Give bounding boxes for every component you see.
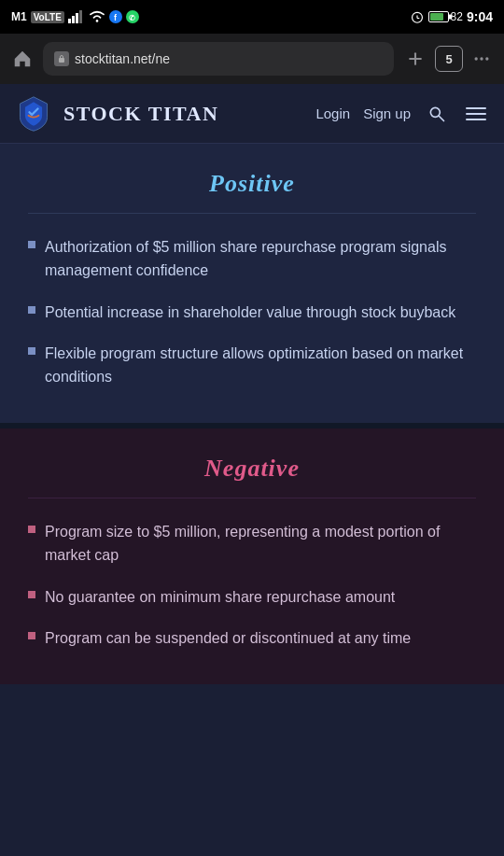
list-item: Program size to $5 million, representing… [28,521,476,568]
positive-list: Authorization of $5 million share repurc… [28,236,476,389]
list-item: Program can be suspended or discontinued… [28,627,476,651]
svg-rect-3 [79,10,82,23]
list-item: Authorization of $5 million share repurc… [28,236,476,283]
site-title: STOCK TITAN [63,102,304,126]
tabs-count-button[interactable]: 5 [435,46,463,72]
svg-text:✆: ✆ [128,14,134,22]
bullet-icon [28,306,35,314]
plus-icon [406,49,425,68]
positive-item-3: Flexible program structure allows optimi… [45,343,476,389]
svg-point-4 [96,20,99,22]
negative-item-3: Program can be suspended or discontinued… [45,627,411,651]
svg-point-16 [480,57,483,60]
bullet-icon [28,591,35,598]
negative-item-1: Program size to $5 million, representing… [45,521,476,568]
header-nav: Login Sign up [315,101,489,127]
negative-item-2: No guarantee on minimum share repurchase… [45,586,395,610]
menu-button[interactable] [463,101,489,127]
bullet-icon [28,632,35,639]
browser-actions: 5 [401,46,495,72]
bullet-icon [28,526,35,533]
list-item: Flexible program structure allows optimi… [28,343,476,389]
svg-point-17 [485,57,488,60]
search-icon [427,105,446,123]
lock-icon [57,54,66,63]
site-security-icon [54,51,69,66]
svg-rect-2 [76,13,78,23]
positive-item-2: Potential increase in shareholder value … [45,302,455,325]
negative-list: Program size to $5 million, representing… [28,521,476,651]
new-tab-button[interactable] [401,46,429,72]
search-button[interactable] [424,101,450,127]
volte-badge: VoLTE [31,11,64,23]
carrier-label: M1 [11,10,27,23]
battery-indicator: 82 [428,10,463,23]
status-right: 82 9:04 [410,9,493,24]
url-bar[interactable]: stocktitan.net/ne [43,42,394,76]
wifi-icon [89,10,105,23]
home-button[interactable] [9,46,35,72]
ellipsis-icon [472,49,491,68]
positive-divider [28,213,476,214]
svg-point-18 [430,107,440,117]
site-logo [15,95,52,133]
facebook-icon: f [109,10,122,23]
more-options-button[interactable] [469,46,495,72]
home-icon [12,49,33,69]
signup-button[interactable]: Sign up [363,105,411,121]
svg-point-15 [475,57,478,60]
whatsapp-icon: ✆ [126,10,139,23]
bullet-icon [28,347,35,355]
svg-rect-12 [59,58,64,63]
url-text: stocktitan.net/ne [75,51,383,66]
time-display: 9:04 [467,9,493,24]
positive-item-1: Authorization of $5 million share repurc… [45,236,476,283]
svg-rect-0 [68,19,71,23]
battery-fill [430,13,444,21]
negative-title: Negative [28,455,476,483]
negative-section: Negative Program size to $5 million, rep… [0,428,504,684]
hamburger-icon [465,105,487,123]
svg-rect-1 [72,16,75,23]
negative-divider [28,498,476,498]
browser-chrome: stocktitan.net/ne 5 [0,34,504,84]
list-item: No guarantee on minimum share repurchase… [28,586,476,610]
alarm-icon [410,10,425,23]
status-bar: M1 VoLTE f ✆ [0,0,504,34]
positive-section: Positive Authorization of $5 million sha… [0,144,504,428]
signal-icon [68,10,85,23]
main-content: Positive Authorization of $5 million sha… [0,144,504,684]
list-item: Potential increase in shareholder value … [28,302,476,325]
battery-pct: 82 [451,10,463,23]
status-carrier: M1 VoLTE f ✆ [11,10,139,23]
positive-title: Positive [28,170,476,198]
site-header: STOCK TITAN Login Sign up [0,84,504,144]
bullet-icon [28,241,35,248]
svg-line-19 [440,116,444,120]
login-button[interactable]: Login [315,105,350,121]
